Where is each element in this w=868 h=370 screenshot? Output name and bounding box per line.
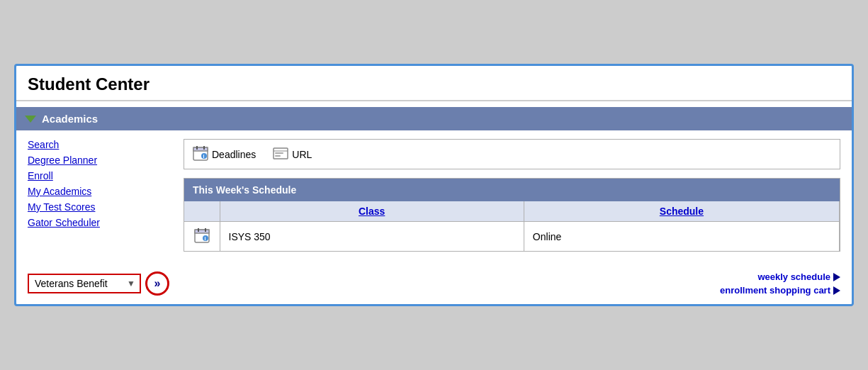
enrollment-shopping-cart-label: enrollment shopping cart: [720, 285, 830, 296]
row-schedule-cell: Online: [524, 222, 839, 252]
links-section: weekly schedule enrollment shopping cart: [720, 271, 840, 296]
deadlines-icon: i: [193, 145, 208, 163]
go-button[interactable]: »: [145, 271, 169, 296]
right-content: i Deadlines URL: [184, 139, 840, 252]
row-icon-cell: i: [184, 222, 220, 252]
collapse-triangle-icon[interactable]: [25, 116, 36, 123]
weekly-schedule-label: weekly schedule: [757, 271, 830, 282]
weekly-schedule-arrow-icon: [833, 273, 840, 281]
svg-text:i: i: [203, 154, 205, 159]
search-link[interactable]: Search: [28, 139, 169, 150]
main-content: Search Degree Planner Enroll My Academic…: [16, 130, 852, 260]
col-icon-header: [184, 201, 220, 222]
svg-rect-1: [193, 147, 208, 151]
svg-rect-8: [275, 152, 283, 154]
my-test-scores-link[interactable]: My Test Scores: [28, 201, 169, 213]
schedule-column-link[interactable]: Schedule: [660, 206, 704, 217]
deadlines-label: Deadlines: [212, 149, 256, 160]
class-calendar-icon: i: [194, 234, 210, 245]
dropdown-section: Veterans Benefit Option 2 Option 3 ▼ »: [28, 271, 169, 296]
class-column-link[interactable]: Class: [359, 206, 385, 217]
svg-text:i: i: [204, 236, 205, 241]
bottom-section: Veterans Benefit Option 2 Option 3 ▼ » w…: [16, 263, 852, 304]
enrollment-shopping-cart-arrow-icon: [833, 286, 840, 295]
academics-label: Academics: [42, 113, 98, 125]
weekly-schedule-link[interactable]: weekly schedule: [757, 271, 840, 282]
schedule-table: Class Schedule: [184, 201, 840, 251]
left-nav: Search Degree Planner Enroll My Academic…: [28, 139, 169, 252]
schedule-table-container: This Week's Schedule Class Schedule: [184, 178, 840, 252]
deadlines-url-bar: i Deadlines URL: [184, 139, 840, 169]
main-container: Student Center Academics Search Degree P…: [14, 64, 854, 306]
svg-rect-9: [275, 155, 281, 157]
academics-header: Academics: [16, 107, 852, 130]
col-class-header[interactable]: Class: [220, 201, 524, 222]
page-title-section: Student Center: [16, 66, 852, 101]
degree-planner-link[interactable]: Degree Planner: [28, 155, 169, 166]
table-row: i ISYS 350 Online: [184, 222, 840, 252]
enrollment-shopping-cart-link[interactable]: enrollment shopping cart: [720, 285, 840, 296]
enroll-link[interactable]: Enroll: [28, 170, 169, 181]
page-title: Student Center: [28, 74, 840, 94]
go-button-label: »: [154, 277, 161, 290]
url-label: URL: [292, 149, 312, 160]
schedule-table-title: This Week's Schedule: [184, 179, 840, 201]
url-item[interactable]: URL: [273, 145, 312, 163]
veterans-benefit-dropdown[interactable]: Veterans Benefit Option 2 Option 3: [28, 274, 141, 293]
svg-rect-11: [195, 230, 209, 233]
gator-scheduler-link[interactable]: Gator Scheduler: [28, 217, 169, 228]
row-class-cell: ISYS 350: [220, 222, 524, 252]
my-academics-link[interactable]: My Academics: [28, 186, 169, 197]
deadlines-item[interactable]: i Deadlines: [193, 145, 256, 163]
url-icon: [273, 145, 288, 163]
col-schedule-header[interactable]: Schedule: [524, 201, 839, 222]
